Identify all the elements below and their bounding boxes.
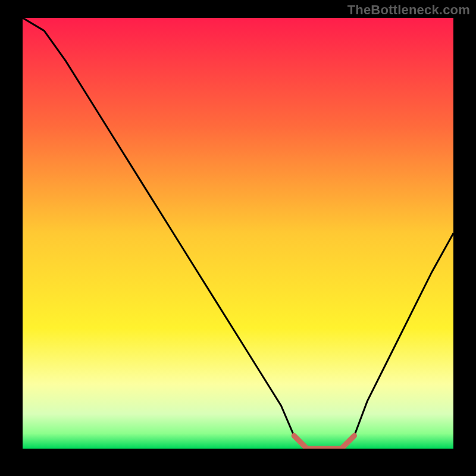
chart-container: TheBottleneck.com [0,0,476,476]
watermark-text: TheBottleneck.com [347,2,470,18]
plot-area [23,18,453,449]
gradient-background [23,18,453,449]
chart-svg [23,18,453,449]
